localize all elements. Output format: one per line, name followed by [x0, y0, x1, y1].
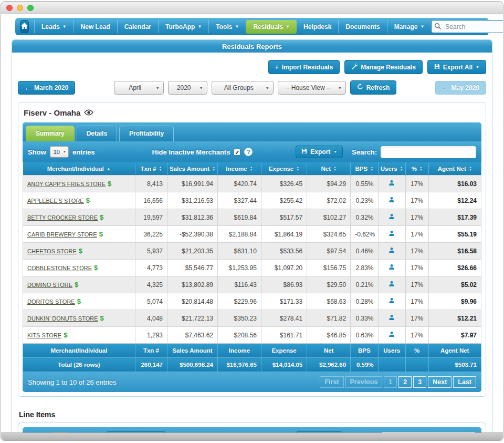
- dollar-icon[interactable]: $: [77, 297, 81, 305]
- export-all-button[interactable]: Export All ▼: [427, 60, 486, 74]
- nav-item-residuals[interactable]: Residuals ▼: [246, 20, 297, 34]
- merchant-link[interactable]: BETTY CROCKER STORE: [27, 214, 98, 221]
- user-icon[interactable]: [388, 197, 395, 204]
- merchant-link[interactable]: DUNKIN' DONUTS STORE: [27, 315, 98, 322]
- chevron-down-icon: ▼: [156, 86, 160, 90]
- refresh-button[interactable]: Refresh: [350, 80, 397, 95]
- sort-icon: ▲▼: [400, 166, 403, 171]
- user-icon[interactable]: [388, 315, 395, 322]
- col-header-expense[interactable]: Expense▲▼: [261, 162, 307, 176]
- main-navbar: Leads ▼ New Lead Calendar TurboApp ▼ Too…: [15, 18, 489, 35]
- merchant-link[interactable]: CHEETOS STORE: [27, 248, 77, 254]
- pagination-page-2[interactable]: 2: [398, 376, 412, 388]
- chevron-down-icon: ▼: [235, 25, 239, 29]
- pagination-page-3[interactable]: 3: [413, 376, 426, 388]
- user-icon[interactable]: [388, 281, 395, 289]
- table-row: COBBLESTONE STORE$ 4,773$5,546.77 $1,253…: [23, 260, 481, 276]
- tab-summary[interactable]: Summary: [26, 126, 75, 141]
- nav-item-manage[interactable]: Manage ▼: [387, 20, 432, 33]
- table-toolbar: Show 10 ▼ entries Hide Inactive Merchant…: [23, 141, 481, 162]
- dollar-icon[interactable]: $: [64, 331, 67, 339]
- dollar-icon[interactable]: $: [79, 247, 82, 255]
- col-header-pct[interactable]: %▲▼: [405, 162, 428, 176]
- arrow-right-icon: →: [442, 84, 448, 91]
- user-icon[interactable]: [388, 264, 395, 272]
- col-header-net[interactable]: Net▲▼: [307, 162, 351, 176]
- col-header-txn[interactable]: Txn #▲▼: [135, 162, 167, 176]
- nav-item-calendar[interactable]: Calendar: [117, 20, 158, 33]
- nav-item-leads[interactable]: Leads ▼: [34, 20, 74, 33]
- dollar-icon[interactable]: $: [100, 314, 104, 322]
- manage-residuals-button[interactable]: Manage Residuals: [344, 60, 423, 74]
- nav-item-turboapp[interactable]: TurboApp ▼: [158, 20, 208, 33]
- minimize-window-button[interactable]: [17, 5, 23, 11]
- dollar-icon[interactable]: $: [108, 180, 111, 188]
- merchant-link[interactable]: ANDY CAPP'S FRIES STORE: [27, 181, 106, 187]
- dollar-icon[interactable]: $: [86, 197, 90, 204]
- eye-icon[interactable]: [84, 108, 93, 117]
- help-icon[interactable]: ?: [244, 148, 253, 156]
- button-label: Import Residuals: [282, 64, 333, 71]
- col-header-agent-net[interactable]: Agent Net▲▼: [428, 162, 481, 176]
- dollar-icon[interactable]: $: [75, 281, 78, 289]
- table-row: DUNKIN' DONUTS STORE$ 4,048$21,722.13 $3…: [23, 310, 481, 327]
- col-header-income[interactable]: Income▲▼: [218, 162, 261, 176]
- nav-item-tools[interactable]: Tools ▼: [208, 20, 246, 33]
- pagination-page-1[interactable]: 1: [384, 376, 397, 388]
- dollar-icon[interactable]: $: [100, 213, 103, 221]
- nav-item-documents[interactable]: Documents: [338, 20, 386, 33]
- sort-icon: ▲▼: [159, 166, 162, 171]
- view-select[interactable]: -- House View -- ▼: [278, 81, 346, 95]
- merchant-link[interactable]: DORITOS STORE: [27, 298, 75, 305]
- col-header-merchant[interactable]: Merchant/Individual▲: [23, 162, 135, 176]
- merchant-link[interactable]: KITS STORE: [27, 332, 61, 338]
- year-select[interactable]: 2020 ▼: [168, 81, 207, 95]
- nav-item-helpdesk[interactable]: Helpdesk: [297, 20, 338, 33]
- import-residuals-button[interactable]: + Import Residuals: [268, 60, 340, 74]
- chevron-down-icon: ▼: [62, 25, 67, 29]
- home-button[interactable]: [20, 20, 29, 33]
- user-icon[interactable]: [388, 180, 395, 188]
- month-select[interactable]: April ▼: [114, 81, 164, 95]
- col-header-users[interactable]: Users▲▼: [378, 162, 405, 176]
- tab-profitability[interactable]: Profitability: [119, 126, 174, 141]
- zoom-window-button[interactable]: [27, 5, 34, 11]
- prev-month-button[interactable]: ← March 2020: [18, 81, 75, 95]
- next-month-button[interactable]: → May 2020: [435, 81, 486, 95]
- close-window-button[interactable]: [6, 5, 13, 11]
- user-icon[interactable]: [388, 214, 395, 221]
- user-icon[interactable]: [388, 231, 395, 238]
- export-button[interactable]: Export ▼: [296, 146, 343, 158]
- report-panel: Fiserv - Omaha Summary Details Profitabi…: [18, 102, 486, 397]
- page-title: Residuals Reports: [12, 40, 492, 53]
- col-header-sales[interactable]: Sales Amount▲▼: [167, 162, 218, 176]
- button-label: Manage Residuals: [361, 64, 416, 71]
- navbar-search-area: ▼: [431, 20, 503, 33]
- nav-item-new-lead[interactable]: New Lead: [74, 20, 117, 33]
- dollar-icon[interactable]: $: [94, 264, 98, 272]
- pagination-first[interactable]: First: [320, 376, 343, 388]
- main-container: Residuals Reports + Import Residuals Man…: [12, 39, 492, 441]
- table-search-input[interactable]: [381, 146, 476, 158]
- merchant-link[interactable]: DOMINO STORE: [27, 282, 72, 288]
- user-icon[interactable]: [388, 332, 395, 339]
- user-icon[interactable]: [388, 298, 395, 305]
- col-header-bps[interactable]: BPS▲▼: [351, 162, 378, 176]
- pagination-next[interactable]: Next: [428, 376, 452, 388]
- pagination-last[interactable]: Last: [453, 376, 476, 388]
- pagination-previous[interactable]: Previous: [345, 376, 383, 388]
- merchant-link[interactable]: CARIB BREWERY STORE: [27, 231, 97, 238]
- group-select[interactable]: All Groups ▼: [212, 81, 274, 95]
- dollar-icon[interactable]: $: [99, 230, 103, 238]
- hide-inactive-label: Hide Inactive Merchants: [152, 148, 230, 156]
- chevron-down-icon: ▼: [266, 86, 269, 90]
- button-label: Export: [310, 148, 330, 156]
- page-size-select[interactable]: 10 ▼: [50, 146, 69, 158]
- merchant-link[interactable]: APPLEBEE'S STORE: [27, 198, 84, 204]
- user-icon[interactable]: [388, 248, 395, 255]
- merchant-link[interactable]: COBBLESTONE STORE: [27, 265, 92, 271]
- tab-details[interactable]: Details: [77, 126, 117, 141]
- hide-inactive-checkbox[interactable]: ✓: [234, 149, 240, 156]
- search-input[interactable]: [431, 20, 503, 33]
- sort-icon: ▲▼: [296, 166, 299, 171]
